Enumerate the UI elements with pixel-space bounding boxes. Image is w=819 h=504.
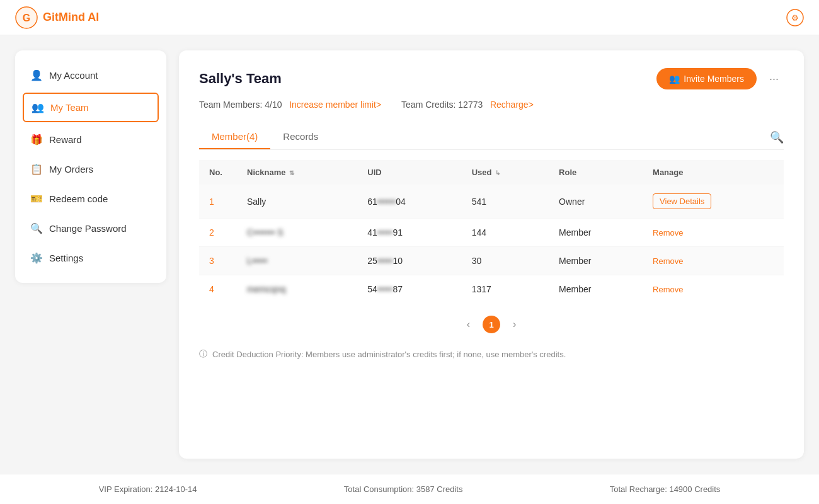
prev-page-button[interactable]: ‹ [462, 316, 475, 333]
cell-uid: 41•••••91 [357, 219, 461, 247]
team-credits-info: Team Credits: 12773 Recharge> [401, 100, 534, 110]
footer-bar: VIP Expiration: 2124-10-14 Total Consump… [0, 474, 819, 504]
tab-members-label: Member(4) [212, 131, 258, 142]
col-used: Used ↳ [462, 160, 549, 185]
invite-btn-label: Invite Members [684, 74, 744, 84]
total-consumption-value: 3587 Credits [416, 484, 463, 494]
vip-expiration-value: 2124-10-14 [155, 484, 197, 494]
main-content: 👤 My Account 👥 My Team 🎁 Reward 📋 My Ord… [0, 35, 819, 474]
logo-text: GitMind AI [43, 11, 99, 24]
search-icon[interactable]: 🔍 [770, 130, 784, 144]
cell-nickname: Sally [237, 185, 357, 219]
table-row: 1 Sally 61••••••04 541 Owner View Detail… [199, 185, 784, 219]
cell-used: 30 [462, 247, 549, 275]
next-page-button[interactable]: › [508, 316, 521, 333]
sidebar-item-my-account[interactable]: 👤 My Account [15, 60, 166, 90]
header: G GitMind AI ⚙ [0, 0, 819, 35]
cell-role: Member [549, 247, 643, 275]
pagination: ‹ 1 › [199, 316, 784, 333]
credit-note: ⓘ Credit Deduction Priority: Members use… [199, 343, 784, 360]
team-members-info: Team Members: 4/10 Increase member limit… [199, 100, 381, 110]
cell-manage: Remove [643, 247, 784, 275]
tab-records[interactable]: Records [270, 125, 331, 149]
cell-no: 4 [199, 275, 237, 304]
sidebar-item-my-team[interactable]: 👥 My Team [23, 93, 159, 122]
header-gear-icon[interactable]: ⚙ [786, 9, 804, 26]
content-panel: Sally's Team 👥 Invite Members ··· Team M… [179, 50, 804, 459]
col-nickname-label: Nickname [247, 168, 285, 177]
col-no-label: No. [209, 168, 222, 177]
team-meta: Team Members: 4/10 Increase member limit… [199, 100, 784, 110]
recharge-link[interactable]: Recharge> [490, 100, 534, 110]
cell-used: 541 [462, 185, 549, 219]
cell-role: Member [549, 275, 643, 304]
used-sort-icon[interactable]: ↳ [495, 169, 500, 176]
col-nickname: Nickname ⇅ [237, 160, 357, 185]
col-used-label: Used [472, 168, 492, 177]
members-table: No. Nickname ⇅ UID Used ↳ Role [199, 160, 784, 303]
col-uid-label: UID [367, 168, 381, 177]
col-no: No. [199, 160, 237, 185]
sidebar-label-my-orders: My Orders [49, 164, 93, 175]
sidebar-item-change-password[interactable]: 🔍 Change Password [15, 214, 166, 243]
remove-member-button[interactable]: Remove [653, 228, 683, 238]
tab-members[interactable]: Member(4) [199, 125, 270, 149]
credits-label: Team Credits: [401, 100, 455, 110]
cell-manage: Remove [643, 219, 784, 247]
svg-text:G: G [23, 13, 30, 23]
total-recharge: Total Recharge: 14900 Credits [610, 484, 721, 494]
cell-no: 3 [199, 247, 237, 275]
view-details-button[interactable]: View Details [653, 193, 711, 209]
cell-nickname: memcqnq [237, 275, 357, 304]
tab-list: Member(4) Records [199, 125, 331, 149]
sidebar-label-change-password: Change Password [49, 223, 127, 234]
table-row: 2 C••••••• S 41•••••91 144 Member Remove [199, 219, 784, 247]
current-page[interactable]: 1 [483, 316, 500, 333]
total-recharge-value: 14900 Credits [669, 484, 720, 494]
cell-role: Owner [549, 185, 643, 219]
more-options-button[interactable]: ··· [764, 70, 784, 88]
cell-nickname: C••••••• S [237, 219, 357, 247]
sidebar-label-my-account: My Account [49, 70, 98, 81]
settings-icon: ⚙️ [30, 252, 43, 264]
cell-uid: 61••••••04 [357, 185, 461, 219]
sort-icon[interactable]: ⇅ [289, 169, 294, 176]
cell-uid: 25•••••10 [357, 247, 461, 275]
credit-note-text: Credit Deduction Priority: Members use a… [212, 350, 566, 359]
members-count: 4/10 [265, 100, 282, 110]
sidebar-label-settings: Settings [49, 253, 83, 263]
table-header-row: No. Nickname ⇅ UID Used ↳ Role [199, 160, 784, 185]
team-icon: 👥 [32, 101, 44, 113]
cell-used: 1317 [462, 275, 549, 304]
vip-expiration: VIP Expiration: 2124-10-14 [99, 484, 197, 494]
credits-value: 12773 [458, 100, 483, 110]
col-uid: UID [357, 160, 461, 185]
invite-members-button[interactable]: 👥 Invite Members [656, 68, 757, 89]
svg-text:⚙: ⚙ [791, 13, 799, 23]
person-icon: 👤 [30, 69, 43, 81]
sidebar-item-reward[interactable]: 🎁 Reward [15, 125, 166, 154]
increase-member-link[interactable]: Increase member limit> [289, 100, 381, 110]
total-consumption-label: Total Consumption: [344, 484, 414, 494]
sidebar-label-redeem-code: Redeem code [49, 193, 108, 204]
col-manage-label: Manage [653, 168, 683, 177]
sidebar-item-redeem-code[interactable]: 🎫 Redeem code [15, 184, 166, 214]
table-row: 4 memcqnq 54•••••87 1317 Member Remove [199, 275, 784, 304]
logo: G GitMind AI [15, 6, 99, 29]
cell-used: 144 [462, 219, 549, 247]
team-header-actions: 👥 Invite Members ··· [656, 68, 784, 89]
remove-member-button[interactable]: Remove [653, 285, 683, 294]
remove-member-button[interactable]: Remove [653, 256, 683, 266]
sidebar-item-settings[interactable]: ⚙️ Settings [15, 243, 166, 273]
sidebar-item-my-orders[interactable]: 📋 My Orders [15, 154, 166, 184]
info-icon: ⓘ [199, 348, 207, 360]
col-manage: Manage [643, 160, 784, 185]
sidebar-label-reward: Reward [49, 134, 82, 145]
cell-manage: Remove [643, 275, 784, 304]
total-consumption: Total Consumption: 3587 Credits [344, 484, 463, 494]
cell-no: 1 [199, 185, 237, 219]
total-recharge-label: Total Recharge: [610, 484, 667, 494]
vip-expiration-label: VIP Expiration: [99, 484, 153, 494]
tabs-bar: Member(4) Records 🔍 [199, 125, 784, 150]
reward-icon: 🎁 [30, 134, 43, 146]
